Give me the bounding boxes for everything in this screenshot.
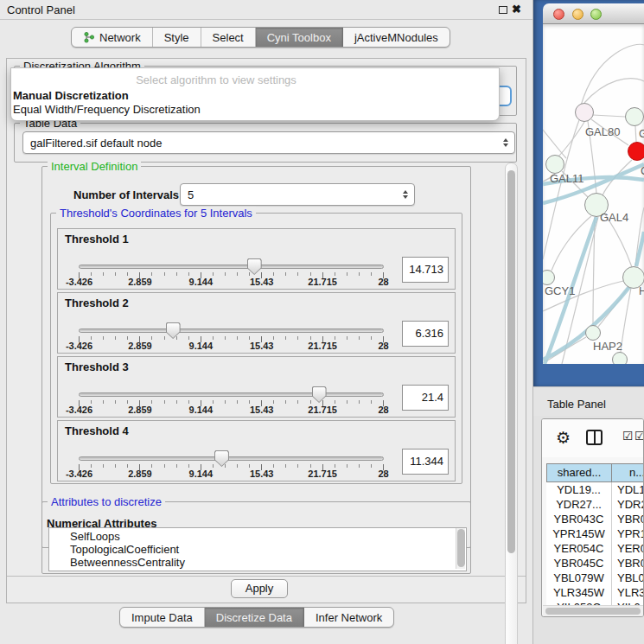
node[interactable]: [612, 352, 628, 364]
cell-shared-name[interactable]: YDL19...: [546, 482, 612, 497]
checkbox-icon[interactable]: ☑: [634, 429, 644, 443]
cell-shared-name[interactable]: YBR043C: [546, 512, 612, 526]
node-label: HAP2: [593, 340, 622, 353]
network-view-window: GAL80GACGAL11GAL4GCY1HHAP2: [543, 3, 644, 364]
cell-shared-name[interactable]: YPR145W: [546, 526, 612, 541]
cell-name[interactable]: YBR0: [612, 556, 644, 571]
cell-shared-name[interactable]: YDR27...: [546, 497, 612, 512]
scrollbar-thumb[interactable]: [507, 170, 515, 553]
network-window-titlebar[interactable]: [543, 3, 644, 24]
cell-shared-name[interactable]: YBL079W: [546, 571, 612, 585]
scrollbar-thumb[interactable]: [457, 529, 465, 567]
slider-track[interactable]: [79, 328, 384, 333]
threshold-label: Threshold 3: [65, 360, 129, 373]
column-header-name[interactable]: n...: [612, 463, 644, 482]
cell-shared-name[interactable]: YER054C: [546, 541, 612, 556]
table-data-combobox[interactable]: galFiltered.sif default node: [22, 131, 515, 154]
slider-thumb[interactable]: [312, 386, 327, 403]
tick-labels: -3.4262.8599.14415.4321.71528: [58, 277, 455, 288]
apply-button[interactable]: Apply: [231, 579, 288, 598]
columns-icon[interactable]: [586, 430, 603, 445]
number-of-intervals-value: 5: [188, 188, 194, 201]
column-header-shared-name[interactable]: shared...: [546, 463, 612, 482]
node-label: GCY1: [545, 284, 575, 297]
tab-network[interactable]: Network: [72, 28, 153, 47]
threshold-3-panel: Threshold 3 -3.4262.8599.14415.4321.7152…: [57, 356, 456, 418]
cell-name[interactable]: YDR2: [612, 497, 644, 512]
cell-shared-name[interactable]: YBR045C: [546, 556, 612, 571]
scrollbar-thumb[interactable]: [545, 608, 641, 615]
float-window-icon[interactable]: [499, 6, 507, 14]
number-of-intervals-combobox[interactable]: 5: [180, 183, 415, 206]
close-icon[interactable]: ✖: [512, 3, 521, 16]
slider-track[interactable]: [79, 265, 384, 269]
table-panel-titlebar: Table Panel: [533, 386, 644, 416]
threshold-value-field[interactable]: 11.344: [402, 449, 449, 475]
table-row[interactable]: YBR045CYBR0: [546, 556, 644, 571]
network-canvas[interactable]: GAL80GACGAL11GAL4GCY1HHAP2: [543, 24, 644, 364]
attribute-item[interactable]: BetweennessCentrality: [70, 556, 466, 569]
tab-infer-network[interactable]: Infer Network: [304, 608, 393, 627]
cell-shared-name[interactable]: YLR345W: [546, 585, 612, 600]
threshold-value-field[interactable]: 14.713: [402, 257, 449, 283]
close-window-button[interactable]: [553, 9, 564, 20]
dropdown-option-manual[interactable]: Manual Discretization: [11, 88, 499, 102]
tab-jactivemnodules[interactable]: jActiveMNodules: [343, 28, 450, 47]
cyni-toolbox-content: Discretization Algorithm Select algorith…: [6, 58, 526, 603]
slider-thumb[interactable]: [214, 450, 229, 467]
tick-label: -3.426: [66, 341, 92, 351]
attribute-item[interactable]: SelfLoops: [70, 530, 466, 543]
slider-thumb[interactable]: [247, 258, 262, 275]
threshold-value-field[interactable]: 6.316: [402, 321, 449, 347]
tick-label: 2.859: [128, 405, 152, 415]
cell-name[interactable]: YBL0: [612, 571, 644, 585]
threshold-value-field[interactable]: 21.4: [402, 385, 449, 411]
tab-impute-data[interactable]: Impute Data: [120, 608, 205, 627]
attributes-group-title: Attributes to discretize: [48, 495, 165, 508]
minimize-window-button[interactable]: [572, 9, 583, 20]
tick-label: 28: [378, 469, 388, 479]
divider: [7, 576, 526, 577]
tick-label: -3.426: [66, 277, 92, 287]
table-row[interactable]: YER054CYER0: [546, 541, 644, 556]
node-gal11[interactable]: [545, 155, 564, 174]
attribute-list-scrollbar[interactable]: [456, 528, 465, 569]
tab-label: Network: [99, 31, 141, 44]
cell-name[interactable]: YDL1: [612, 482, 644, 497]
table-row[interactable]: YPR145WYPR1: [546, 526, 644, 541]
table-hscrollbar[interactable]: [543, 605, 644, 616]
table-row[interactable]: YBR043CYBR0: [546, 512, 644, 526]
table-row[interactable]: YDL19...YDL1: [546, 482, 644, 497]
attribute-item[interactable]: TopologicalCoefficient: [70, 543, 466, 556]
top-tab-bar: Network Style Select Cyni Toolbox jActiv…: [71, 27, 450, 48]
node[interactable]: [625, 107, 644, 126]
table-row[interactable]: YBL079WYBL0: [546, 571, 644, 585]
cell-name[interactable]: YBR0: [612, 512, 644, 526]
node-hap2[interactable]: [585, 325, 601, 341]
slider-track[interactable]: [79, 392, 384, 397]
slider-thumb[interactable]: [166, 322, 181, 339]
cell-name[interactable]: YPR1: [612, 526, 644, 541]
tick-label: 21.715: [308, 469, 337, 479]
threshold-4-panel: Threshold 4 -3.4262.8599.14415.4321.7152…: [57, 420, 456, 481]
content-scrollbar[interactable]: [505, 163, 518, 644]
cell-name[interactable]: YER0: [612, 541, 644, 556]
slider-track[interactable]: [79, 456, 384, 461]
tab-cyni-toolbox[interactable]: Cyni Toolbox: [256, 28, 343, 47]
tab-discretize-data[interactable]: Discretize Data: [205, 608, 304, 627]
tab-select[interactable]: Select: [201, 28, 256, 47]
checkbox-icon[interactable]: ☑: [622, 429, 634, 443]
dropdown-option-equal-width[interactable]: Equal Width/Frequency Discretization: [11, 102, 499, 116]
table-row[interactable]: YLR345WYLR3: [546, 585, 644, 600]
node-selected[interactable]: [628, 142, 644, 161]
zoom-window-button[interactable]: [590, 9, 602, 20]
node-label: GAL4: [600, 211, 628, 224]
gear-icon[interactable]: ⚙: [556, 428, 571, 448]
combo-arrows-icon: [503, 138, 508, 147]
table-row[interactable]: YDR27...YDR2: [546, 497, 644, 512]
node-gal80[interactable]: [575, 103, 594, 122]
tab-style[interactable]: Style: [153, 28, 201, 47]
combo-arrows-icon: [403, 190, 408, 199]
control-panel-titlebar: Control Panel ✖: [0, 0, 532, 20]
cell-name[interactable]: YLR3: [612, 585, 644, 600]
